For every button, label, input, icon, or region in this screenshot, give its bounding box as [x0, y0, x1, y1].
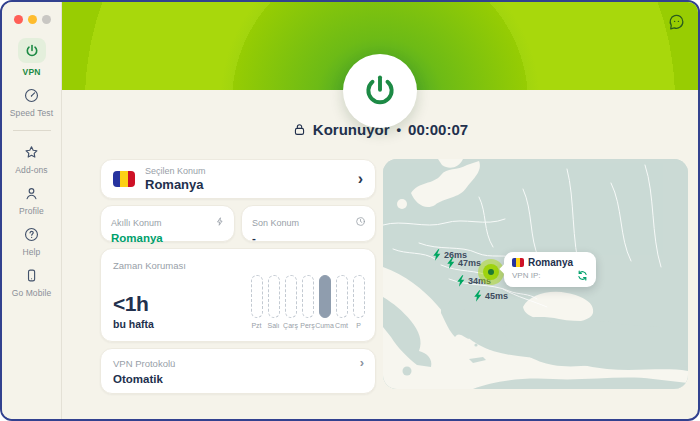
protection-bar [336, 275, 348, 318]
day-label: Salı [267, 322, 279, 329]
session-timer: 00:00:07 [408, 121, 468, 138]
clock-icon [355, 213, 366, 231]
current-location-marker [478, 259, 504, 285]
sidebar-item-label: Add-ons [15, 165, 47, 175]
sidebar-item-speed-test[interactable]: Speed Test [10, 86, 53, 118]
vpn-protocol-label: VPN Protokolü [113, 358, 175, 369]
help-icon [23, 225, 40, 243]
sidebar-item-help[interactable]: Help [23, 225, 41, 257]
smart-location-label: Akıllı Konum [111, 218, 162, 228]
sidebar-item-add-ons[interactable]: Add-ons [15, 143, 47, 175]
lock-icon [292, 122, 307, 137]
sidebar-item-label: Help [23, 247, 41, 257]
connect-power-button[interactable] [343, 54, 417, 128]
sidebar-item-label: Speed Test [10, 108, 53, 118]
sidebar-divider [13, 130, 51, 131]
power-icon [18, 38, 46, 63]
selected-location-card[interactable]: Seçilen Konum Romanya › [100, 159, 376, 199]
left-column: Seçilen Konum Romanya › Akıllı Konum [100, 159, 376, 394]
romania-flag-icon [512, 258, 524, 267]
lightning-icon [432, 249, 442, 261]
day-label: Perş [300, 322, 314, 329]
speedometer-icon [23, 86, 40, 104]
location-shortcuts-row: Akıllı Konum Romanya Son Konum [100, 205, 376, 242]
close-window-button[interactable] [14, 15, 23, 24]
ping-marker: 47ms [446, 257, 481, 269]
feedback-smiley-icon[interactable] [665, 11, 687, 33]
tooltip-country: Romanya [528, 257, 573, 268]
romania-flag-icon [113, 171, 135, 187]
protection-bar [268, 275, 280, 318]
sidebar-item-label: Go Mobile [12, 288, 52, 298]
selected-location-value: Romanya [145, 177, 206, 192]
smart-location-card[interactable]: Akıllı Konum Romanya [100, 205, 235, 242]
time-protected-card: Zaman Koruması <1h bu hafta Pzt Salı Çar… [100, 248, 376, 342]
power-icon [361, 72, 399, 110]
sidebar-item-vpn[interactable]: VPN [18, 38, 46, 77]
vpn-protocol-card[interactable]: VPN Protokolü › Otomatik [100, 348, 376, 394]
sidebar-item-profile[interactable]: Profile [19, 184, 44, 216]
minimize-window-button[interactable] [28, 15, 37, 24]
day-label: Pzt [251, 322, 261, 329]
server-tooltip[interactable]: Romanya VPN IP: [504, 252, 596, 287]
status-separator: • [397, 122, 402, 137]
lightning-icon [473, 290, 483, 302]
recent-location-card[interactable]: Son Konum - [241, 205, 376, 242]
protection-bar [353, 275, 365, 318]
sidebar: VPN Speed Test Add-ons [2, 2, 62, 419]
person-icon [23, 184, 40, 202]
protection-bar [285, 275, 297, 318]
refresh-ip-icon[interactable] [577, 270, 588, 281]
weekly-protection-chart: Pzt Salı Çarş Perş Cuma Cmt P [250, 275, 365, 329]
location-map: 26ms 47ms 34ms 45ms [383, 159, 688, 389]
spark-icon [215, 213, 225, 231]
sidebar-item-label: Profile [19, 206, 44, 216]
day-label: P [356, 322, 361, 329]
sidebar-item-label: VPN [23, 67, 41, 77]
lightning-icon [456, 275, 466, 287]
app-window: VPN Speed Test Add-ons [0, 0, 700, 421]
lightning-icon [446, 257, 456, 269]
recent-location-value: - [252, 232, 365, 244]
protection-bar [251, 275, 263, 318]
vpn-protocol-value: Otomatik [113, 373, 163, 385]
protection-bar [302, 275, 314, 318]
chevron-right-icon[interactable]: › [358, 171, 363, 187]
ping-latency: 45ms [485, 291, 508, 301]
smart-location-value: Romanya [111, 232, 224, 244]
zoom-window-button[interactable] [42, 15, 51, 24]
ping-marker: 45ms [473, 290, 508, 302]
protection-bar [319, 275, 331, 318]
day-label: Çarş [283, 322, 298, 329]
star-icon [23, 143, 40, 161]
content-area: Seçilen Konum Romanya › Akıllı Konum [62, 159, 698, 419]
window-controls [2, 2, 51, 34]
chevron-right-icon[interactable]: › [360, 356, 364, 369]
selected-location-label: Seçilen Konum [145, 166, 206, 176]
sidebar-item-go-mobile[interactable]: Go Mobile [12, 266, 52, 298]
main-panel: Korunuyor • 00:00:07 Seçilen Konum Roman… [62, 2, 698, 419]
time-protected-label: Zaman Koruması [113, 260, 186, 271]
phone-icon [23, 266, 40, 284]
tooltip-ip-label: VPN IP: [512, 271, 540, 280]
day-label: Cmt [335, 322, 348, 329]
time-protected-sublabel: bu hafta [113, 318, 154, 330]
time-protected-value: <1h [113, 292, 148, 316]
recent-location-label: Son Konum [252, 218, 299, 228]
day-label: Cuma [315, 322, 334, 329]
